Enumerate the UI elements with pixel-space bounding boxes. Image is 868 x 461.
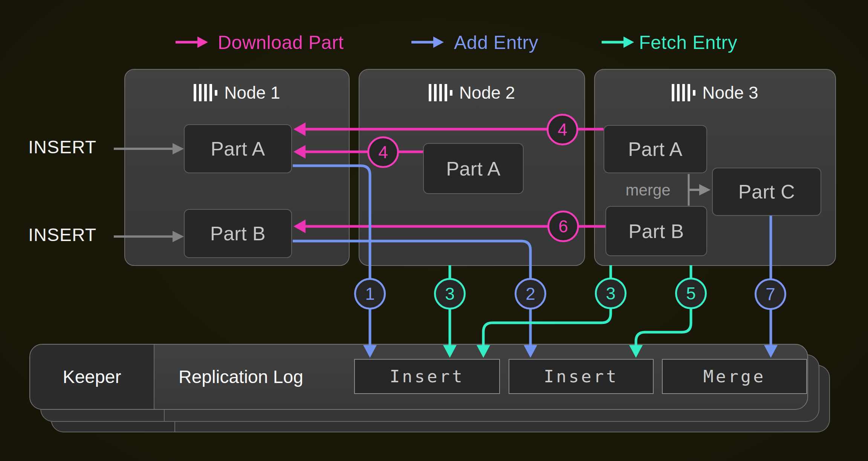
insert-label-2: INSERT	[28, 224, 96, 246]
step-badge-download-4-top: 4	[547, 114, 578, 145]
legend-label-download-part: Download Part	[218, 32, 344, 53]
node3-part-b-box: Part B	[605, 206, 707, 256]
node-2-title: Node 2	[359, 82, 584, 103]
step-badge-download-4-mid: 4	[367, 136, 399, 168]
step-badge-download-6: 6	[547, 211, 579, 242]
fetch-line-3b	[483, 265, 611, 345]
node1-part-b-box: Part B	[184, 209, 292, 258]
legend-download-arrow-icon	[176, 37, 208, 48]
legend-label-fetch-entry: Fetch Entry	[639, 32, 737, 53]
log-entry-insert-1: Insert	[354, 359, 500, 394]
clickhouse-logo-icon	[194, 84, 217, 102]
clickhouse-logo-icon	[672, 84, 695, 102]
node-2-title-label: Node 2	[459, 82, 515, 103]
log-entry-insert-2: Insert	[509, 359, 654, 394]
node-1-title-label: Node 1	[224, 82, 280, 103]
insert-label-1: INSERT	[28, 137, 96, 158]
legend-label-add-entry: Add Entry	[454, 32, 538, 53]
step-badge-add-1: 1	[354, 278, 386, 310]
node-3-title-label: Node 3	[702, 82, 758, 103]
legend-add-arrow-icon	[411, 37, 444, 48]
step-badge-fetch-3a: 3	[434, 278, 466, 310]
merge-label: merge	[614, 181, 682, 199]
step-badge-add-7: 7	[755, 278, 786, 310]
step-badge-add-2: 2	[515, 278, 546, 310]
replication-diagram: Download Part Add Entry Fetch Entry INSE…	[0, 0, 868, 461]
node-1-title: Node 1	[125, 82, 349, 103]
node1-part-a-box: Part A	[184, 124, 292, 173]
legend-fetch-arrow-icon	[602, 37, 634, 48]
keeper-section: Keeper	[30, 345, 154, 409]
node3-part-a-box: Part A	[604, 125, 707, 173]
log-entry-merge: Merge	[662, 359, 807, 394]
node3-part-c-box: Part C	[712, 168, 821, 216]
node-3-title: Node 3	[595, 82, 835, 103]
node2-part-a-box: Part A	[423, 143, 524, 194]
step-badge-fetch-5: 5	[675, 278, 707, 309]
step-badge-fetch-3b: 3	[595, 278, 627, 309]
fetch-entry-lines	[450, 265, 691, 345]
clickhouse-logo-icon	[429, 84, 452, 102]
replication-log-title: Replication Log	[179, 345, 303, 409]
